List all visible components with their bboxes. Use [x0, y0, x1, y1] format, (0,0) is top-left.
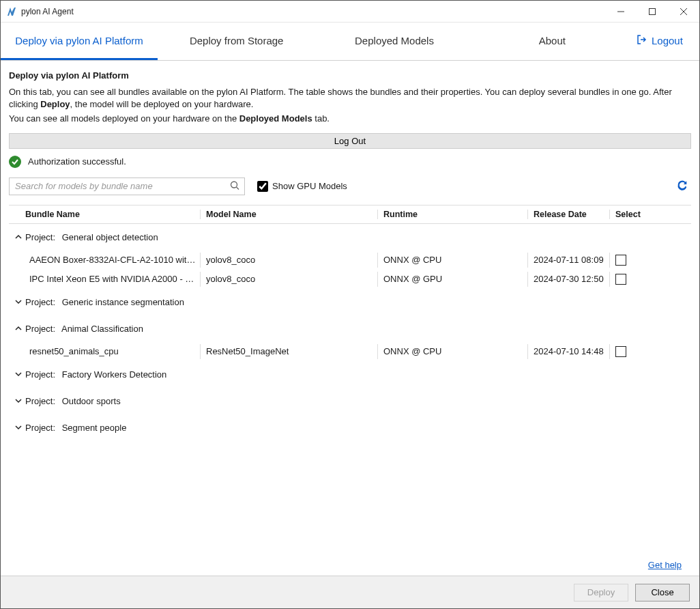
project-label: Project:	[25, 396, 55, 406]
project-name: General object detection	[59, 232, 158, 242]
app-icon	[6, 6, 17, 17]
tab-logout[interactable]: Logout	[631, 23, 699, 60]
cell-release: 2024-07-11 08:09	[527, 253, 609, 268]
project-group-row[interactable]: Project: Animal Classification	[9, 315, 691, 342]
project-name: Outdoor sports	[59, 396, 121, 406]
description-line-2: You can see all models deployed on your …	[9, 113, 691, 125]
project-group-row[interactable]: Project: General object detection	[9, 224, 691, 251]
cell-select	[609, 253, 664, 268]
table-row[interactable]: AAEON Boxer-8332AI-CFL-A2-1010 with NVI.…	[9, 251, 691, 270]
cell-bundle: resnet50_animals_cpu	[9, 346, 200, 356]
footer: Deploy Close	[1, 576, 699, 608]
chevron-down-icon	[12, 370, 25, 378]
show-gpu-checkbox[interactable]: Show GPU Models	[257, 181, 347, 192]
row-select-checkbox[interactable]	[615, 274, 626, 285]
success-icon	[9, 156, 21, 168]
project-name: Generic instance segmentation	[59, 297, 184, 307]
search-icon	[230, 180, 239, 192]
cell-model: yolov8_coco	[200, 272, 377, 287]
help-link[interactable]: Get help	[648, 560, 682, 570]
project-name: Factory Workers Detection	[59, 369, 166, 380]
row-select-checkbox[interactable]	[615, 346, 626, 357]
maximize-button[interactable]	[637, 1, 668, 22]
tab-about[interactable]: About	[473, 23, 631, 60]
tab-deploy-platform[interactable]: Deploy via pylon AI Platform	[1, 23, 158, 60]
status-row: Authorization successful.	[9, 156, 691, 168]
close-window-button[interactable]	[668, 1, 699, 22]
table-body: Project: General object detectionAAEON B…	[9, 224, 691, 441]
close-button[interactable]: Close	[635, 584, 690, 601]
cell-runtime: ONNX @ CPU	[377, 344, 527, 359]
cell-select	[609, 344, 664, 359]
project-label: Project:	[25, 297, 55, 307]
cell-release: 2024-07-30 12:50	[527, 272, 609, 287]
cell-model: ResNet50_ImageNet	[200, 344, 377, 359]
content-area: Deploy via pylon AI Platform On this tab…	[1, 61, 699, 576]
col-bundle[interactable]: Bundle Name	[9, 210, 200, 219]
minimize-button[interactable]	[605, 1, 637, 22]
svg-point-4	[231, 182, 237, 188]
table-row[interactable]: IPC Intel Xeon E5 with NVIDIA A2000 - ON…	[9, 270, 691, 289]
search-input-wrap	[9, 178, 245, 195]
col-release[interactable]: Release Date	[527, 210, 609, 219]
row-select-checkbox[interactable]	[615, 255, 626, 266]
status-text: Authorization successful.	[28, 156, 126, 167]
cell-select	[609, 272, 664, 287]
project-group-row[interactable]: Project: Segment people	[9, 414, 691, 441]
search-input[interactable]	[9, 178, 245, 195]
project-group-row[interactable]: Project: Outdoor sports	[9, 388, 691, 414]
show-gpu-checkbox-input[interactable]	[257, 181, 268, 192]
project-group-row[interactable]: Project: Generic instance segmentation	[9, 289, 691, 315]
deploy-button[interactable]: Deploy	[574, 584, 628, 601]
section-title: Deploy via pylon AI Platform	[9, 70, 691, 81]
project-name: Segment people	[59, 423, 126, 433]
tab-deploy-storage[interactable]: Deploy from Storage	[158, 23, 315, 60]
logout-button[interactable]: Log Out	[9, 133, 691, 149]
svg-line-5	[237, 187, 239, 190]
logout-icon	[637, 34, 647, 47]
titlebar: pylon AI Agent	[1, 1, 699, 23]
svg-rect-1	[650, 8, 656, 14]
chevron-up-icon	[12, 324, 25, 332]
cell-runtime: ONNX @ CPU	[377, 253, 527, 268]
description-line-1: On this tab, you can see all bundles ava…	[9, 86, 691, 110]
refresh-button[interactable]	[676, 179, 691, 193]
chevron-down-icon	[12, 423, 25, 431]
col-model[interactable]: Model Name	[200, 210, 377, 219]
tab-bar: Deploy via pylon AI Platform Deploy from…	[1, 23, 699, 61]
cell-runtime: ONNX @ GPU	[377, 272, 527, 287]
chevron-down-icon	[12, 397, 25, 405]
project-label: Project:	[25, 232, 55, 242]
window-title: pylon AI Agent	[21, 7, 74, 16]
cell-bundle: AAEON Boxer-8332AI-CFL-A2-1010 with NVI.…	[9, 255, 200, 265]
project-group-row[interactable]: Project: Factory Workers Detection	[9, 361, 691, 388]
table-row[interactable]: resnet50_animals_cpuResNet50_ImageNetONN…	[9, 342, 691, 361]
tab-deployed-models[interactable]: Deployed Models	[315, 23, 473, 60]
project-name: Animal Classification	[59, 324, 143, 334]
col-select[interactable]: Select	[609, 210, 664, 219]
col-runtime[interactable]: Runtime	[377, 210, 527, 219]
bundles-table: Bundle Name Model Name Runtime Release D…	[9, 205, 691, 554]
project-label: Project:	[25, 369, 55, 380]
project-label: Project:	[25, 423, 55, 433]
project-label: Project:	[25, 324, 55, 334]
cell-release: 2024-07-10 14:48	[527, 344, 609, 359]
cell-model: yolov8_coco	[200, 253, 377, 268]
help-link-wrap: Get help	[9, 554, 691, 576]
table-header: Bundle Name Model Name Runtime Release D…	[9, 206, 691, 224]
toolbar: Show GPU Models	[9, 178, 691, 195]
cell-bundle: IPC Intel Xeon E5 with NVIDIA A2000 - ON…	[9, 274, 200, 284]
chevron-down-icon	[12, 298, 25, 306]
chevron-up-icon	[12, 233, 25, 241]
